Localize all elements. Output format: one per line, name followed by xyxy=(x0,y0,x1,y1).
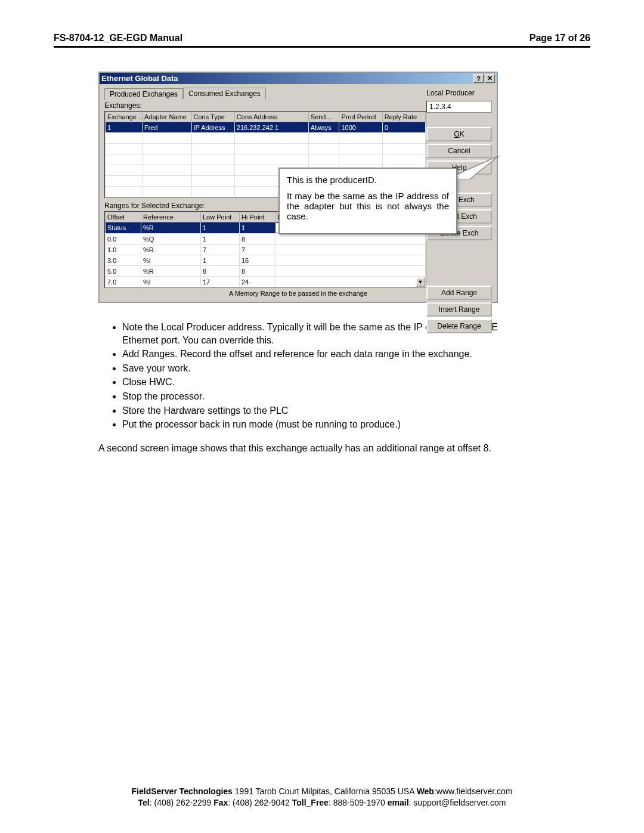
table-row[interactable]: 7.0%I1724▼ xyxy=(106,277,426,287)
close-icon[interactable]: ✕ xyxy=(485,74,495,83)
list-item: Close HWC. xyxy=(122,376,498,389)
page-header-title: FS-8704-12_GE-EGD Manual xyxy=(54,33,182,44)
body-paragraph: A second screen image shows that this ex… xyxy=(98,442,498,455)
tab-produced[interactable]: Produced Exchanges xyxy=(104,88,183,100)
table-row[interactable] xyxy=(106,144,426,154)
table-row[interactable]: 5.0%R88 xyxy=(106,266,426,277)
scroll-down-icon[interactable]: ▼ xyxy=(416,277,425,287)
table-row[interactable] xyxy=(106,154,426,165)
table-row[interactable]: 3.0%I116 xyxy=(106,255,426,266)
ok-button[interactable]: OK xyxy=(426,127,492,141)
col-header[interactable]: Cons Type xyxy=(191,112,234,122)
window-title: Ethernet Global Data xyxy=(101,74,178,83)
col-header[interactable]: Cons Address xyxy=(234,112,308,122)
local-producer-label: Local Producer xyxy=(426,88,492,98)
table-row[interactable]: 0.0%Q18 xyxy=(106,234,426,244)
col-header[interactable]: Exchange ... xyxy=(106,112,143,122)
table-row[interactable]: 1.0%R77 xyxy=(106,244,426,255)
delete-range-button[interactable]: Delete Range xyxy=(426,319,492,333)
table-row[interactable]: 1 Fred IP Address 216.232.242.1 Always 1… xyxy=(106,122,426,133)
ranges-label: Ranges for Selected Exchange: xyxy=(104,202,205,210)
local-producer-field[interactable]: 1.2.3.4 xyxy=(426,101,492,113)
help-icon[interactable]: ? xyxy=(473,74,484,83)
list-item: Stop the processor. xyxy=(122,390,498,403)
tab-consumed[interactable]: Consumed Exchanges xyxy=(183,88,266,99)
insert-range-button[interactable]: Insert Range xyxy=(426,302,492,317)
titlebar[interactable]: Ethernet Global Data ? ✕ xyxy=(100,73,497,84)
col-header[interactable]: Hi Point xyxy=(240,212,275,222)
list-item: Add Ranges. Record the offset and refere… xyxy=(122,348,498,361)
col-header[interactable]: Adapter Name xyxy=(142,112,191,122)
col-header[interactable]: Reference xyxy=(141,212,201,222)
col-header[interactable]: Reply Rate xyxy=(382,112,425,122)
table-row[interactable] xyxy=(106,133,426,144)
col-header[interactable]: Prod Period xyxy=(339,112,382,122)
col-header[interactable]: Low Point xyxy=(201,212,240,222)
callout-text: This is the producerID. xyxy=(287,175,449,185)
bullet-list: Note the Local Producer address. Typical… xyxy=(98,321,498,431)
callout-text: It may be the same as the IP address of … xyxy=(287,191,449,221)
page-number: Page 17 of 26 xyxy=(530,33,590,44)
col-header[interactable]: Offset xyxy=(106,212,141,222)
dialog-window: Ethernet Global Data ? ✕ Produced Exchan… xyxy=(98,72,498,303)
add-range-button[interactable]: Add Range xyxy=(426,286,492,300)
callout-box: This is the producerID. It may be the sa… xyxy=(278,168,457,234)
list-item: Store the Hardware settings to the PLC xyxy=(122,404,498,417)
page-footer: FieldServer Technologies 1991 Tarob Cour… xyxy=(54,786,590,809)
col-header[interactable]: Send... xyxy=(308,112,339,122)
list-item: Save your work. xyxy=(122,362,498,375)
list-item: Put the processor back in run mode (must… xyxy=(122,418,498,431)
